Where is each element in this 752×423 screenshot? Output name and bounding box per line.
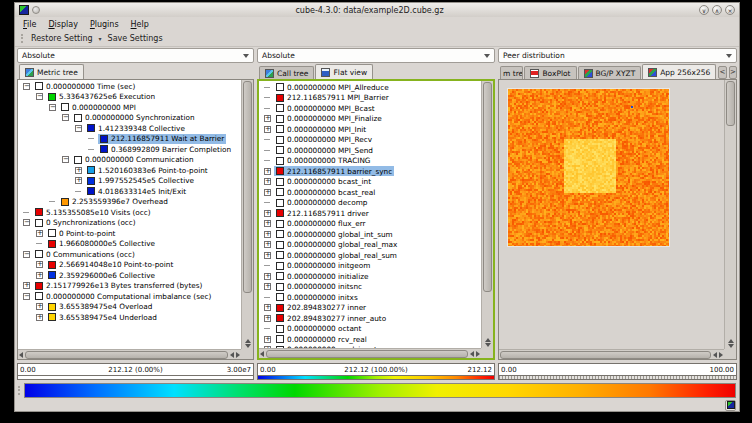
tree-row[interactable]: +212.116857911 driver [259, 208, 481, 219]
tree-row[interactable]: 0.000000000 MPI_Recv [259, 135, 481, 146]
menu-help[interactable]: Help [131, 20, 149, 29]
tree-row[interactable]: 2.253559396e7 Overhead [18, 197, 241, 208]
scroll-up-icon[interactable] [728, 339, 734, 343]
tab-app-256x256[interactable]: App 256x256 [642, 64, 716, 79]
topology-view[interactable] [499, 80, 724, 349]
tab-m-tree[interactable]: m tree [500, 66, 523, 79]
tree-row[interactable]: 0.000000000 MPI_Allreduce [259, 82, 481, 93]
tree-row-content[interactable]: 0.000000000 rcv_real [274, 334, 369, 344]
tree-row[interactable]: +212.116857911 barrier_sync [259, 166, 481, 177]
expand-icon[interactable]: + [264, 168, 271, 175]
tree-row-content[interactable]: 1.997552545e5 Collective [85, 176, 196, 186]
tree-row[interactable]: +0.000000000 MPI_Init [259, 124, 481, 135]
scrollbar-thumb[interactable] [25, 351, 228, 359]
tree-row-content[interactable]: 0 Communications (occ) [33, 249, 137, 259]
metric-value-mode-combobox[interactable]: Absolute [17, 48, 254, 63]
tab-flat-view[interactable]: Flat view [315, 64, 373, 79]
expand-icon[interactable]: + [36, 272, 43, 279]
tree-row-content[interactable]: 3.655389475e4 Underload [46, 312, 159, 322]
tree-row-content[interactable]: 0.000000000 Communication [72, 155, 196, 165]
tree-row[interactable]: +0.000000000 global_int_sum [259, 229, 481, 240]
tree-row-content[interactable]: 0.000000000 MPI_Init [274, 124, 368, 134]
tree-row[interactable]: +2.566914048e10 Point-to-point [18, 260, 241, 271]
tree-row-content[interactable]: 2.566914048e10 Point-to-point [46, 260, 175, 270]
tab-scroll-right-button[interactable]: > [729, 66, 737, 79]
tree-row-content[interactable]: 0.000000000 TRACING [274, 156, 373, 166]
scrollbar-thumb[interactable] [500, 351, 711, 359]
tree-row[interactable]: +202.894830277 inner [259, 303, 481, 314]
horizontal-scrollbar[interactable] [499, 349, 724, 359]
scroll-left-icon[interactable] [470, 351, 474, 357]
collapse-icon[interactable]: − [23, 83, 30, 90]
tree-row-content[interactable]: 202.894830277 inner_auto [274, 313, 388, 323]
expand-icon[interactable]: + [264, 220, 271, 227]
tree-row-content[interactable]: 0.000000000 MPI_Allreduce [274, 82, 391, 92]
expand-icon[interactable]: + [36, 314, 43, 321]
system-value-mode-combobox[interactable]: Peer distribution [498, 48, 737, 63]
tree-row[interactable]: +2.359296000e6 Collective [18, 270, 241, 281]
tree-row-content[interactable]: 0.000000000 global_real_sum [274, 250, 399, 260]
tree-row[interactable]: −1.412339348 Collective [18, 123, 241, 134]
tree-row-content[interactable]: 5.336437625e6 Execution [46, 92, 157, 102]
tree-row[interactable]: 0.000000000 initgeom [259, 261, 481, 272]
tree-row-content[interactable]: 0 Point-to-point [46, 228, 117, 238]
collapse-icon[interactable]: − [75, 125, 82, 132]
expand-icon[interactable]: + [264, 126, 271, 133]
tree-row[interactable]: 0.368992809 Barrier Completion [18, 144, 241, 155]
tree-row-content[interactable]: 0.000000000 decomp [274, 198, 369, 208]
tab-metric-tree[interactable]: Metric tree [19, 64, 84, 79]
vertical-scrollbar[interactable] [481, 81, 493, 348]
chevron-down-icon[interactable]: ▾ [99, 35, 102, 42]
colormap-drag-handle[interactable] [18, 386, 22, 395]
tree-row[interactable]: −0 Communications (occ) [18, 249, 241, 260]
tree-row-content[interactable]: 0.000000000 MPI_Bcast [274, 103, 377, 113]
tree-row-content[interactable]: 212.116857911 Wait at Barrier [98, 134, 226, 144]
tree-row-content[interactable]: 0.000000000 global_int_sum [274, 229, 395, 239]
tree-row-content[interactable]: 212.116857911 MPI_Barrier [274, 93, 391, 103]
collapse-icon[interactable]: − [49, 104, 56, 111]
scroll-right-icon[interactable] [476, 351, 480, 357]
collapse-icon[interactable]: − [36, 93, 43, 100]
expand-icon[interactable]: + [264, 283, 271, 290]
tree-row-content[interactable]: 5.135355085e10 Visits (occ) [33, 207, 153, 217]
horizontal-scrollbar[interactable] [18, 349, 241, 359]
maximize-icon[interactable]: ∧ [712, 5, 722, 15]
scroll-left-icon[interactable] [230, 352, 234, 358]
tree-row-content[interactable]: 0.000000000 MPI_Finalize [274, 114, 384, 124]
tab-scroll-left-button[interactable]: < [718, 66, 726, 79]
collapse-icon[interactable]: − [23, 251, 30, 258]
scroll-up-icon[interactable] [245, 339, 251, 343]
tree-row-content[interactable]: 212.116857911 driver [274, 208, 371, 218]
tree-row[interactable]: +0.000000000 bcast_int [259, 177, 481, 188]
tree-row-content[interactable]: 2.253559396e7 Overhead [59, 197, 170, 207]
collapse-icon[interactable]: − [23, 219, 30, 226]
tree-row[interactable]: 212.116857911 Wait at Barrier [18, 134, 241, 145]
tree-row[interactable]: +202.894830277 inner_auto [259, 313, 481, 324]
expand-icon[interactable]: + [264, 231, 271, 238]
tree-row[interactable]: +0.000000000 flux_err [259, 219, 481, 230]
tree-row-content[interactable]: 2.359296000e6 Collective [46, 270, 157, 280]
tree-row[interactable]: +1.997552545e5 Collective [18, 176, 241, 187]
expand-icon[interactable]: + [264, 336, 271, 343]
tree-row[interactable]: +0 Point-to-point [18, 228, 241, 239]
collapse-icon[interactable]: − [23, 293, 30, 300]
menu-file[interactable]: File [23, 20, 36, 29]
tab-bg-p-xyzt[interactable]: BG/P XYZT [578, 66, 642, 79]
tree-row[interactable]: +0.000000000 global_real_max [259, 240, 481, 251]
toolbar-drag-handle[interactable] [21, 34, 25, 43]
peer-distribution-heatmap[interactable] [508, 89, 669, 246]
tree-row[interactable]: 212.116857911 MPI_Barrier [259, 93, 481, 104]
expand-icon[interactable]: + [264, 304, 271, 311]
scroll-left-icon[interactable] [260, 351, 264, 357]
titlebar[interactable]: cube-4.3.0: data/example2D.cube.gz ∨ ∧ × [15, 3, 739, 17]
tree-row[interactable]: +2.151779926e13 Bytes transferred (bytes… [18, 281, 241, 292]
tree-row-content[interactable]: 1.520160383e6 Point-to-point [85, 165, 210, 175]
expand-icon[interactable]: + [23, 282, 30, 289]
tree-row-content[interactable]: 0.000000000 Time (sec) [33, 81, 137, 91]
expand-icon[interactable]: + [264, 315, 271, 322]
tree-row-content[interactable]: 4.018633314e5 Init/Exit [85, 186, 188, 196]
tree-row[interactable]: +0.000000000 bcast_real [259, 187, 481, 198]
tree-row[interactable]: −0.000000000 Computational imbalance (se… [18, 291, 241, 302]
scroll-down-icon[interactable] [485, 343, 491, 347]
tree-row[interactable]: +0.000000000 MPI_Finalize [259, 114, 481, 125]
